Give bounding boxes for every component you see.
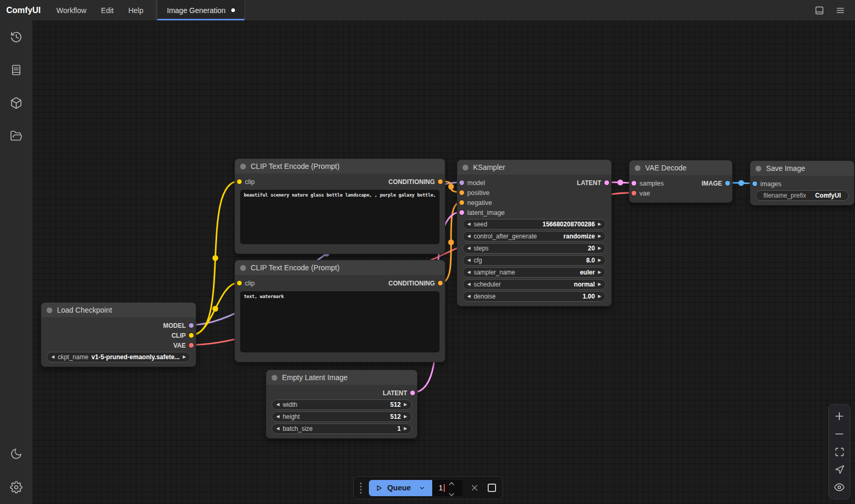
decrement-arrow-icon[interactable]: ◀ — [467, 270, 470, 274]
slot-dot[interactable] — [459, 180, 464, 185]
widget-steps[interactable]: ◀steps20▶ — [463, 243, 606, 254]
slot-dot[interactable] — [410, 391, 415, 395]
slot-dot[interactable] — [725, 181, 730, 186]
decrement-arrow-icon[interactable]: ◀ — [276, 427, 279, 431]
increment-arrow-icon[interactable]: ▶ — [598, 294, 601, 299]
slot-dot[interactable] — [189, 323, 194, 328]
node-header[interactable]: VAE Decode — [629, 161, 732, 175]
slot-dot[interactable] — [438, 281, 443, 285]
slot-dot[interactable] — [604, 180, 609, 185]
slot-dot[interactable] — [752, 181, 757, 186]
drag-handle-icon[interactable] — [359, 483, 363, 494]
node-header[interactable]: KSampler — [457, 160, 611, 175]
app-logo[interactable]: ComfyUI — [0, 0, 49, 20]
latent-output-slot[interactable]: LATENT — [383, 390, 415, 397]
menu-workflow[interactable]: Workflow — [49, 0, 94, 20]
menu-help[interactable]: Help — [121, 0, 151, 20]
hamburger-menu-icon[interactable] — [830, 0, 851, 20]
decrement-arrow-icon[interactable]: ◀ — [51, 355, 54, 359]
clear-queue-x-icon[interactable] — [469, 484, 480, 492]
zoom-in-icon[interactable] — [833, 410, 846, 422]
collapse-dot-icon[interactable] — [240, 265, 246, 271]
increment-arrow-icon[interactable]: ▶ — [598, 246, 601, 250]
increment-arrow-icon[interactable]: ▶ — [183, 355, 186, 359]
clip-input-slot[interactable]: clip — [237, 178, 255, 186]
select-mode-arrow-icon[interactable] — [833, 463, 846, 476]
widget-denoise[interactable]: ◀denoise1.00▶ — [463, 291, 606, 302]
decrement-batch-icon[interactable] — [449, 489, 454, 498]
clip-input-slot[interactable]: clip — [237, 280, 255, 287]
collapse-dot-icon[interactable] — [272, 375, 277, 381]
slot-dot[interactable] — [189, 333, 194, 338]
increment-arrow-icon[interactable]: ▶ — [404, 415, 407, 419]
batch-count-input[interactable]: 1 — [432, 480, 463, 496]
latent_image-input-slot[interactable]: latent_image — [459, 209, 505, 216]
increment-arrow-icon[interactable]: ▶ — [404, 427, 407, 431]
slot-dot[interactable] — [237, 281, 242, 285]
increment-arrow-icon[interactable]: ▶ — [598, 234, 601, 238]
model-library-icon[interactable] — [10, 97, 22, 109]
decrement-arrow-icon[interactable]: ◀ — [467, 294, 470, 299]
collapse-dot-icon[interactable] — [47, 307, 52, 313]
slot-dot[interactable] — [459, 190, 464, 195]
slot-dot[interactable] — [189, 343, 194, 348]
slot-dot[interactable] — [237, 179, 242, 184]
model-input-slot[interactable]: model — [459, 179, 485, 187]
decrement-arrow-icon[interactable]: ◀ — [467, 222, 470, 226]
tab-image-generation[interactable]: Image Generation — [157, 0, 245, 20]
widget-seed[interactable]: ◀seed156680208700286▶ — [463, 219, 606, 230]
decrement-arrow-icon[interactable]: ◀ — [276, 415, 279, 419]
slot-dot[interactable] — [438, 179, 443, 184]
node-clip_negative[interactable]: CLIP Text Encode (Prompt)clipCONDITIONIN… — [234, 260, 445, 362]
slot-dot[interactable] — [459, 200, 464, 205]
queue-history-icon[interactable] — [10, 31, 22, 43]
images-input-slot[interactable]: images — [752, 180, 781, 188]
widget-height[interactable]: ◀height512▶ — [272, 411, 412, 422]
slot-dot[interactable] — [632, 181, 636, 186]
increment-arrow-icon[interactable]: ▶ — [598, 222, 601, 226]
increment-arrow-icon[interactable]: ▶ — [598, 258, 601, 262]
settings-gear-icon[interactable] — [10, 481, 22, 494]
vae-output-slot[interactable]: VAE — [173, 342, 194, 349]
node-empty_latent[interactable]: Empty Latent ImageLATENT◀width512▶◀heigh… — [266, 370, 418, 439]
theme-toggle-moon-icon[interactable] — [10, 448, 22, 460]
fit-view-icon[interactable] — [833, 445, 846, 458]
node-vae_decode[interactable]: VAE DecodesamplesIMAGEvae — [629, 160, 733, 203]
workflows-folder-icon[interactable] — [10, 130, 22, 142]
node-ksampler[interactable]: KSamplermodelLATENTpositivenegativelaten… — [457, 159, 612, 306]
queue-button[interactable]: Queue — [369, 480, 432, 496]
widget-cfg[interactable]: ◀cfg8.0▶ — [463, 255, 606, 266]
increment-batch-icon[interactable] — [449, 478, 454, 487]
decrement-arrow-icon[interactable]: ◀ — [276, 403, 279, 407]
menu-edit[interactable]: Edit — [94, 0, 121, 20]
widget-filename_prefix[interactable]: filename_prefixComfyUI — [756, 190, 849, 201]
widget-scheduler[interactable]: ◀schedulernormal▶ — [463, 279, 606, 290]
conditioning-output-slot[interactable]: CONDITIONING — [388, 178, 443, 186]
toggle-bottom-panel-icon[interactable] — [809, 0, 830, 20]
widget-width[interactable]: ◀width512▶ — [272, 399, 412, 410]
slot-dot[interactable] — [459, 210, 464, 215]
collapse-dot-icon[interactable] — [756, 166, 761, 171]
widget-batch_size[interactable]: ◀batch_size1▶ — [272, 423, 412, 434]
increment-arrow-icon[interactable]: ▶ — [598, 270, 601, 274]
decrement-arrow-icon[interactable]: ◀ — [467, 282, 470, 287]
stop-icon[interactable] — [486, 484, 497, 492]
node-header[interactable]: Load Checkpoint — [41, 303, 196, 317]
clip-output-slot[interactable]: CLIP — [172, 332, 194, 339]
increment-arrow-icon[interactable]: ▶ — [598, 282, 601, 287]
positive-input-slot[interactable]: positive — [459, 189, 489, 197]
node-library-icon[interactable] — [10, 64, 22, 76]
collapse-dot-icon[interactable] — [635, 165, 640, 171]
node-header[interactable]: CLIP Text Encode (Prompt) — [235, 159, 445, 174]
widget-sampler_name[interactable]: ◀sampler_nameeuler▶ — [463, 267, 606, 278]
node-load_checkpoint[interactable]: Load CheckpointMODELCLIPVAE◀ckpt_namev1-… — [41, 302, 196, 367]
node-clip_positive[interactable]: CLIP Text Encode (Prompt)clipCONDITIONIN… — [234, 158, 445, 254]
prompt-textarea[interactable]: text, watermark — [240, 291, 440, 352]
node-header[interactable]: Empty Latent Image — [266, 370, 417, 385]
decrement-arrow-icon[interactable]: ◀ — [467, 246, 470, 250]
image-output-slot[interactable]: IMAGE — [702, 180, 730, 187]
toggle-link-visibility-eye-icon[interactable] — [833, 481, 846, 494]
queue-options-chevron-icon[interactable] — [419, 485, 425, 491]
increment-arrow-icon[interactable]: ▶ — [404, 403, 407, 407]
latent-output-slot[interactable]: LATENT — [577, 179, 609, 187]
